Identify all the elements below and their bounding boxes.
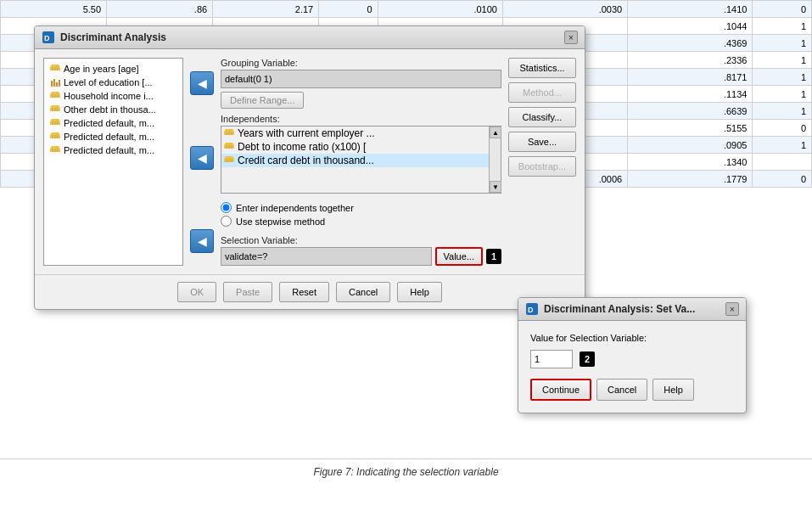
independent-list-item[interactable]: Debt to income ratio (x100) [: [221, 140, 489, 154]
main-dialog-close-button[interactable]: ×: [564, 31, 578, 44]
set-value-spss-icon: D: [525, 302, 539, 316]
spss-icon: D: [42, 31, 55, 44]
set-value-buttons-row: Continue Cancel Help: [530, 379, 734, 401]
selection-variable-field[interactable]: [221, 247, 432, 266]
cancel-button[interactable]: Cancel: [336, 282, 390, 302]
table-cell: .8171: [628, 69, 753, 86]
variable-list-item[interactable]: Level of education [...: [48, 76, 179, 89]
statistics-button[interactable]: Statistics...: [508, 58, 576, 78]
scroll-up-arrow[interactable]: ▲: [490, 127, 501, 138]
independents-list[interactable]: Years with current employer ...Debt to i…: [221, 127, 489, 193]
independents-section: Independents: Years with current employe…: [221, 114, 501, 194]
variable-label: Predicted default, m...: [64, 145, 154, 155]
table-cell: [753, 154, 812, 171]
radio-enter-together[interactable]: Enter independents together: [221, 202, 501, 213]
table-cell: 5.50: [1, 1, 107, 18]
arrow-button-independents[interactable]: ◀: [190, 146, 214, 170]
method-radio-group: Enter independents together Use stepwise…: [221, 202, 501, 227]
arrow-button-selection[interactable]: ◀: [190, 229, 214, 253]
svg-marker-15: [50, 92, 60, 94]
value-button[interactable]: Value...: [435, 247, 484, 266]
variable-list-item[interactable]: Predicted default, m...: [48, 130, 179, 143]
table-cell: .1340: [628, 154, 753, 171]
main-dialog-body: Age in years [age]Level of education [..…: [35, 49, 585, 274]
set-value-input[interactable]: [530, 350, 573, 368]
set-value-titlebar: D Discriminant Analysis: Set Va... ×: [518, 298, 746, 321]
table-cell: .0030: [502, 1, 627, 18]
set-value-label: Value for Selection Variable:: [530, 333, 734, 343]
bar-chart-icon: [50, 77, 60, 87]
selection-variable-label: Selection Variable:: [221, 235, 501, 245]
svg-marker-20: [50, 105, 60, 108]
classify-button[interactable]: Classify...: [508, 107, 576, 127]
radio-stepwise-input[interactable]: [221, 216, 232, 227]
set-value-cancel-button[interactable]: Cancel: [596, 379, 647, 401]
table-cell: .1044: [628, 18, 753, 35]
ok-button[interactable]: OK: [177, 282, 216, 302]
radio-stepwise[interactable]: Use stepwise method: [221, 216, 501, 227]
variable-label: Age in years [age]: [64, 64, 139, 74]
radio-enter-input[interactable]: [221, 202, 232, 213]
badge-2: 2: [580, 351, 595, 367]
independent-list-item[interactable]: Credit card debt in thousand...: [221, 154, 489, 167]
ruler-icon: [50, 145, 60, 155]
independent-list-item[interactable]: Years with current employer ...: [221, 127, 489, 140]
right-buttons-panel: Statistics... Method... Classify... Save…: [508, 58, 576, 266]
independent-label: Debt to income ratio (x100) [: [238, 141, 366, 153]
save-button[interactable]: Save...: [508, 132, 576, 152]
svg-rect-9: [56, 82, 58, 87]
independents-label: Independents:: [221, 114, 501, 124]
variable-list-item[interactable]: Other debt in thousa...: [48, 103, 179, 116]
scroll-down-arrow[interactable]: ▼: [490, 181, 501, 193]
table-cell: 1: [753, 86, 812, 103]
table-cell: 0: [753, 1, 812, 18]
ruler-icon: [50, 64, 60, 74]
define-range-button[interactable]: Define Range...: [221, 92, 304, 109]
independent-label: Credit card debt in thousand...: [238, 155, 374, 166]
badge-1: 1: [486, 249, 501, 264]
scrollbar[interactable]: ▲ ▼: [489, 127, 501, 193]
ruler-icon: [50, 132, 60, 142]
table-cell: 0: [753, 171, 812, 188]
ruler-icon: [50, 91, 60, 101]
set-value-input-row: 2: [530, 350, 734, 368]
table-cell: .86: [107, 1, 213, 18]
svg-rect-10: [59, 80, 60, 87]
table-cell: .0100: [378, 1, 502, 18]
table-cell: .1134: [628, 86, 753, 103]
svg-marker-6: [50, 65, 60, 67]
set-value-close-button[interactable]: ×: [725, 302, 739, 316]
variable-list-panel: Age in years [age]Level of education [..…: [43, 58, 183, 266]
variable-label: Other debt in thousa...: [64, 104, 156, 115]
svg-rect-7: [51, 81, 53, 87]
radio-stepwise-label: Use stepwise method: [236, 216, 325, 227]
variable-list-item[interactable]: Household income i...: [48, 89, 179, 103]
radio-enter-label: Enter independents together: [236, 203, 354, 213]
svg-rect-8: [53, 79, 55, 87]
reset-button[interactable]: Reset: [279, 282, 329, 302]
paste-button[interactable]: Paste: [223, 282, 272, 302]
ruler-icon: [50, 118, 60, 128]
grouping-variable-field[interactable]: [221, 70, 501, 88]
set-value-dialog-title: Discriminant Analysis: Set Va...: [544, 303, 695, 315]
method-button[interactable]: Method...: [508, 82, 576, 103]
arrow-button-grouping[interactable]: ◀: [190, 71, 214, 95]
table-cell: .5155: [628, 120, 753, 137]
table-cell: .2336: [628, 52, 753, 69]
ruler-icon: [224, 128, 234, 138]
table-cell: 2.17: [213, 1, 319, 18]
variable-list-item[interactable]: Predicted default, m...: [48, 143, 179, 157]
svg-marker-45: [224, 143, 234, 145]
bottom-buttons-row: OK Paste Reset Cancel Help: [35, 274, 585, 309]
svg-text:D: D: [44, 34, 50, 42]
set-value-help-button[interactable]: Help: [652, 379, 694, 401]
table-cell: 1: [753, 52, 812, 69]
bootstrap-button[interactable]: Bootstrap...: [508, 156, 576, 177]
variable-list-item[interactable]: Predicted default, m...: [48, 116, 179, 130]
help-button[interactable]: Help: [397, 282, 442, 302]
continue-button[interactable]: Continue: [530, 379, 591, 401]
table-cell: 1: [753, 69, 812, 86]
variable-list-item[interactable]: Age in years [age]: [48, 62, 179, 76]
svg-marker-35: [50, 146, 60, 149]
grouping-variable-label: Grouping Variable:: [221, 58, 501, 68]
